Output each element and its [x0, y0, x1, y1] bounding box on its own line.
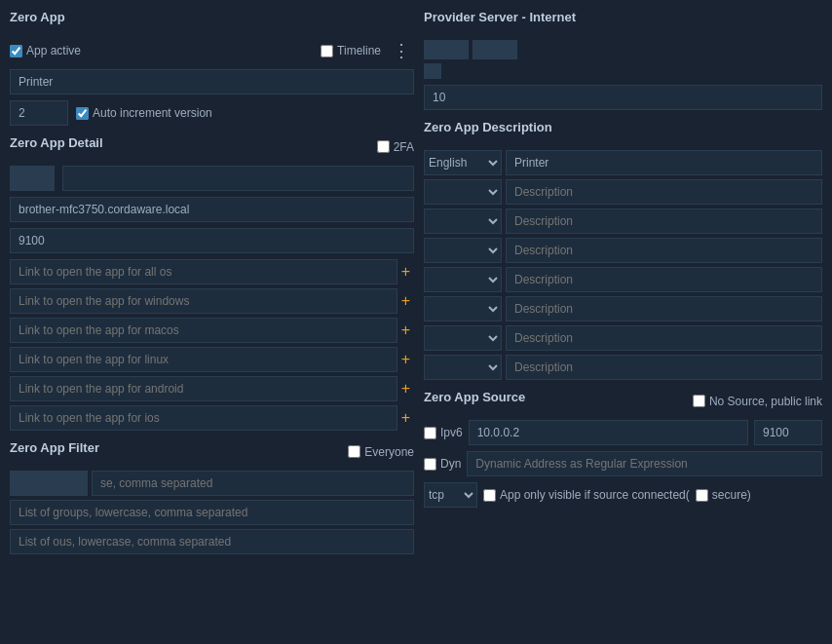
source-port-input[interactable] [754, 420, 822, 445]
link-ios-input[interactable] [10, 405, 397, 431]
app-visible-label[interactable]: App only visible if source connected( [483, 488, 690, 502]
link-linux-row: + [10, 347, 414, 372]
app-name-input[interactable] [10, 69, 414, 95]
ous-input[interactable] [10, 529, 414, 554]
users-icon-placeholder [10, 471, 88, 496]
desc-row-3 [424, 208, 822, 234]
timeline-checkbox-label[interactable]: Timeline [321, 44, 381, 57]
link-windows-input[interactable] [10, 288, 397, 314]
add-link-linux-button[interactable]: + [397, 352, 414, 367]
app-active-label: App active [26, 44, 81, 57]
dyn-row: Dyn [424, 451, 822, 476]
app-visible-text: App only visible if source connected( [500, 488, 690, 502]
users-input[interactable] [92, 471, 414, 496]
ipv6-row: Ipv6 [424, 420, 822, 445]
desc-input-7[interactable] [506, 325, 822, 351]
two-fa-text: 2FA [394, 140, 414, 154]
desc-lang-select-2[interactable] [424, 179, 502, 205]
app-active-checkbox[interactable] [10, 45, 22, 57]
desc-lang-select-8[interactable] [424, 355, 502, 380]
everyone-checkbox[interactable] [348, 445, 360, 458]
auto-increment-text: Auto increment version [93, 106, 212, 120]
link-android-row: + [10, 376, 414, 401]
dyn-label[interactable]: Dyn [424, 457, 461, 471]
provider-boxes [424, 40, 822, 59]
no-source-label[interactable]: No Source, public link [693, 395, 822, 408]
desc-lang-select-5[interactable] [424, 267, 502, 292]
app-icon-placeholder [10, 166, 55, 191]
provider-title: Provider Server - Internet [424, 10, 576, 24]
no-source-text: No Source, public link [709, 395, 822, 408]
desc-lang-select-3[interactable] [424, 208, 502, 234]
detail-title: Zero App Detail [10, 135, 103, 150]
dyn-checkbox[interactable] [424, 458, 436, 471]
icon-path-input[interactable] [62, 166, 414, 191]
desc-input-4[interactable] [506, 238, 822, 263]
desc-input-2[interactable] [506, 179, 822, 205]
provider-box-2 [473, 40, 517, 59]
dots-menu-button[interactable]: ⋮ [389, 40, 414, 61]
tcp-visible-row: tcp App only visible if source connected… [424, 482, 822, 508]
version-input[interactable] [10, 100, 68, 126]
everyone-label: Everyone [364, 445, 414, 459]
desc-lang-select-6[interactable] [424, 296, 502, 322]
add-link-android-button[interactable]: + [397, 381, 414, 397]
everyone-checkbox-label[interactable]: Everyone [348, 445, 414, 459]
ipv6-text: Ipv6 [440, 426, 463, 439]
desc-input-6[interactable] [506, 296, 822, 322]
desc-row-6 [424, 296, 822, 322]
link-linux-input[interactable] [10, 347, 397, 372]
port-input[interactable] [10, 228, 414, 253]
secure-checkbox[interactable] [696, 489, 708, 502]
desc-input-8[interactable] [506, 355, 822, 380]
no-source-checkbox[interactable] [693, 395, 705, 407]
ipv6-label[interactable]: Ipv6 [424, 426, 463, 439]
app-visible-checkbox[interactable] [483, 489, 496, 502]
timeline-checkbox[interactable] [321, 45, 333, 57]
timeline-label: Timeline [337, 44, 381, 57]
desc-row-5 [424, 267, 822, 292]
desc-row-4 [424, 238, 822, 263]
source-title: Zero App Source [424, 390, 525, 404]
desc-input-3[interactable] [506, 208, 822, 234]
desc-input-5[interactable] [506, 267, 822, 292]
desc-row-2 [424, 179, 822, 205]
link-macos-row: + [10, 318, 414, 343]
ip-input[interactable] [469, 420, 748, 445]
dyn-text: Dyn [440, 457, 461, 471]
add-link-ios-button[interactable]: + [397, 410, 414, 426]
add-link-all-os-button[interactable]: + [397, 264, 414, 280]
provider-port-input[interactable] [424, 85, 822, 110]
link-ios-row: + [10, 405, 414, 431]
desc-lang-select-7[interactable] [424, 325, 502, 351]
secure-text: secure) [712, 488, 751, 502]
two-fa-checkbox[interactable] [377, 140, 390, 153]
lang-select[interactable]: English [424, 150, 502, 175]
hostname-input[interactable] [10, 197, 414, 222]
tcp-select[interactable]: tcp [424, 482, 477, 508]
secure-label[interactable]: secure) [696, 488, 751, 502]
link-all-os-input[interactable] [10, 259, 397, 284]
desc-row-english: English [424, 150, 822, 175]
add-link-windows-button[interactable]: + [397, 293, 414, 309]
provider-box-3 [424, 63, 441, 79]
ipv6-checkbox[interactable] [424, 427, 436, 439]
dyn-regex-input[interactable] [467, 451, 822, 476]
auto-increment-checkbox[interactable] [76, 107, 89, 120]
provider-box-1 [424, 40, 469, 59]
desc-row-8 [424, 355, 822, 380]
app-active-checkbox-label[interactable]: App active [10, 44, 81, 57]
desc-lang-select-4[interactable] [424, 238, 502, 263]
groups-input[interactable] [10, 500, 414, 525]
filter-title: Zero App Filter [10, 440, 99, 455]
add-link-macos-button[interactable]: + [397, 322, 414, 338]
desc-row-7 [424, 325, 822, 351]
desc-title: Zero App Description [424, 120, 552, 134]
desc-name-input[interactable] [506, 150, 822, 175]
zero-app-title: Zero App [10, 10, 65, 24]
auto-increment-label[interactable]: Auto increment version [76, 106, 212, 120]
two-fa-label[interactable]: 2FA [377, 140, 414, 154]
link-windows-row: + [10, 288, 414, 314]
link-macos-input[interactable] [10, 318, 397, 343]
link-android-input[interactable] [10, 376, 397, 401]
